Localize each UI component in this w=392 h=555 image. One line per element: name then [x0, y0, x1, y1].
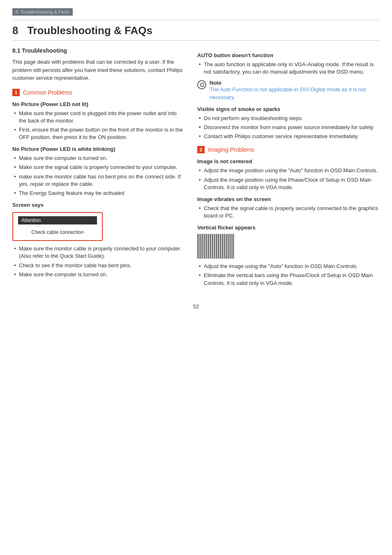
auto-button-heading: AUTO button doesn't function: [197, 52, 380, 58]
chapter-number: 8: [12, 24, 18, 37]
list-item: Make sure the computer is turned on.: [12, 155, 185, 162]
common-problems-badge: 1: [12, 89, 20, 96]
screen-says-list: Make sure the monitor cable is properly …: [12, 245, 185, 278]
list-item: make sure the monitor cable has no bent …: [12, 173, 185, 188]
vertical-flicker-list: Adjust the image using the "Auto" functi…: [197, 263, 380, 287]
list-item: Check that the signal cable is properly …: [197, 205, 380, 220]
two-col-layout: 8.1 Troubleshooting This page deals with…: [12, 47, 380, 291]
right-column: AUTO button doesn't function The auto fu…: [197, 47, 380, 291]
list-item: Contact with Philips customer service re…: [197, 133, 380, 140]
image-not-centered-list: Adjust the image position using the "Aut…: [197, 167, 380, 191]
auto-button-list: The auto function is applicable only in …: [197, 61, 380, 76]
visible-signs-heading: Visible signs of smoke or sparks: [197, 106, 380, 112]
no-picture-led-white-list: Make sure the computer is turned on. Mak…: [12, 155, 185, 197]
list-item: Check to see if the monitor cable has be…: [12, 262, 185, 269]
note-label: Note: [210, 80, 380, 86]
page-wrapper: 8. Troubleshooting & FAQs 8 Troubleshoot…: [0, 0, 392, 322]
vertical-flicker-heading: Vertical flicker appears: [197, 224, 380, 231]
flicker-lines-visual: [198, 234, 234, 258]
no-picture-led-not-lit-list: Make sure the power cord is plugged into…: [12, 110, 185, 141]
section-81-intro: This page deals with problems that can b…: [12, 58, 185, 82]
list-item: Adjust the image position using the "Aut…: [197, 167, 380, 174]
screen-says-heading: Screen says: [12, 202, 185, 208]
imaging-problems-badge: 2: [197, 146, 205, 153]
no-picture-led-white-heading: No Picture (Power LED is white blinking): [12, 146, 185, 152]
image-vibrates-heading: Image vibrates on the screen: [197, 196, 380, 202]
common-problems-section-header: 1 Common Problems: [12, 89, 185, 96]
list-item: Make sure the signal cable is properly c…: [12, 164, 185, 171]
list-item: Make sure the computer is turned on.: [12, 271, 185, 278]
check-cable-label: Check cable connection: [18, 228, 97, 237]
top-rule: [12, 20, 380, 20]
list-item: The auto function is applicable only in …: [197, 61, 380, 76]
image-vibrates-list: Check that the signal cable is properly …: [197, 205, 380, 220]
chapter-title: 8 Troubleshooting & FAQs: [12, 24, 380, 37]
list-item: Do not perform any troubleshooting steps: [197, 115, 380, 122]
chapter-title-text: Troubleshooting & FAQs: [27, 24, 152, 37]
list-item: Eliminate the vertical bars using the Ph…: [197, 272, 380, 287]
no-picture-led-not-lit-heading: No Picture (Power LED not lit): [12, 101, 185, 107]
note-icon: ⌬: [197, 80, 206, 89]
note-box: ⌬ Note The Auto Function is not applicab…: [197, 80, 380, 101]
left-column: 8.1 Troubleshooting This page deals with…: [12, 47, 185, 291]
common-problems-title: Common Problems: [23, 89, 72, 96]
list-item: Make sure the monitor cable is properly …: [12, 245, 185, 260]
list-item: Adjust the image using the "Auto" functi…: [197, 263, 380, 270]
page-number: 52: [12, 303, 380, 310]
section-rule: [12, 40, 380, 41]
section-81-heading: 8.1 Troubleshooting: [12, 47, 185, 54]
imaging-problems-title: Imaging Problems: [208, 146, 254, 153]
screen-says-box: Attention Check cable connection: [12, 212, 103, 241]
list-item: First, ensure that the power button on t…: [12, 126, 185, 141]
vertical-flicker-image: [197, 234, 234, 259]
list-item: The Energy Saving feature may be activat…: [12, 190, 185, 197]
list-item: Disconnect the monitor from mains power …: [197, 124, 380, 131]
visible-signs-list: Do not perform any troubleshooting steps…: [197, 115, 380, 141]
image-not-centered-heading: Image is not centered: [197, 158, 380, 164]
note-text: The Auto Function is not applicable in D…: [210, 86, 380, 101]
note-content: Note The Auto Function is not applicable…: [210, 80, 380, 101]
imaging-problems-section-header: 2 Imaging Problems: [197, 146, 380, 153]
attention-label: Attention: [18, 216, 97, 224]
list-item: Make sure the power cord is plugged into…: [12, 110, 185, 125]
list-item: Adjust the image position using the Phas…: [197, 176, 380, 191]
breadcrumb: 8. Troubleshooting & FAQs: [12, 8, 73, 16]
